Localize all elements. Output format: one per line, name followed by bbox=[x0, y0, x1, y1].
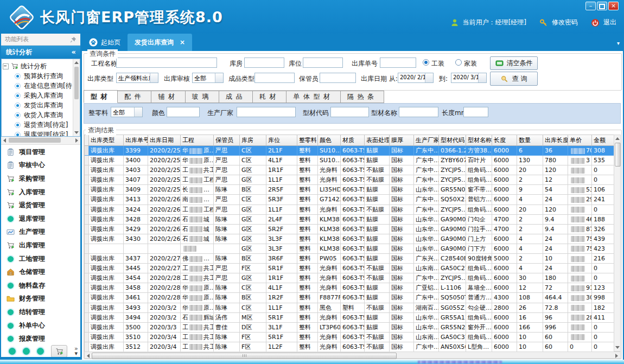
close-button[interactable]: × bbox=[608, 2, 619, 10]
sidebar-item-审核中心[interactable]: 审核中心 bbox=[1, 159, 80, 173]
column-header-颜色[interactable]: 颜色 bbox=[318, 135, 341, 146]
search-button[interactable]: 查 询 bbox=[490, 72, 538, 86]
table-row[interactable]: 调拨出库35122020/3/4工共工程陈琳F区1L2F整料光身料6063-T5… bbox=[85, 342, 614, 352]
tree-item[interactable]: 发货出库查询 bbox=[2, 100, 72, 110]
tree-item[interactable]: 退库管理[待定] bbox=[2, 130, 72, 137]
column-header-库位[interactable]: 库位 bbox=[266, 135, 297, 146]
combo-arrow-icon[interactable] bbox=[425, 73, 433, 82]
tab-发货出库查询[interactable]: 发货出库查询× bbox=[128, 34, 192, 51]
tree-item[interactable]: 预算执行查询 bbox=[2, 71, 72, 81]
sidebar-item-生产管理[interactable]: 生产管理 bbox=[1, 226, 80, 239]
zhengling-combo[interactable]: 全部 bbox=[111, 107, 143, 117]
vertical-scroll-thumb[interactable] bbox=[615, 143, 621, 167]
table-row[interactable]: 调拨出库34372020/2/27佛…陈琳B区3R6F整料PW056063-T5… bbox=[85, 254, 614, 264]
sidebar-item-项目管理[interactable]: 项目管理 bbox=[1, 145, 80, 159]
radio-jiazhuang[interactable] bbox=[455, 59, 462, 66]
column-header-材质[interactable]: 材质 bbox=[341, 135, 365, 146]
sidebar-item-工地管理[interactable]: 工地管理 bbox=[1, 252, 80, 266]
material-tab-配件[interactable]: 配件 bbox=[118, 91, 151, 103]
material-tab-型材[interactable]: 型材 bbox=[84, 90, 118, 103]
table-row[interactable]: 调拨出库34072020/2/25工工程严思G区1L1F整料光身料6063-T5… bbox=[85, 175, 614, 185]
menu-overflow-button[interactable]: »▾ bbox=[74, 346, 78, 356]
table-row[interactable]: 调拨出库34132020/2/26南…严思C区5R3F整料G714226063-… bbox=[85, 195, 614, 205]
table-row[interactable]: 调拨出库34242020/2/26工工程严思G区1L1F整料光身料6063-T5… bbox=[85, 205, 614, 215]
material-tab-辅材[interactable]: 辅材 bbox=[151, 91, 185, 103]
order-no-input[interactable] bbox=[380, 58, 416, 68]
change-password-link[interactable]: 修改密码 bbox=[552, 18, 578, 27]
color-input[interactable] bbox=[167, 107, 200, 117]
material-tab-成品[interactable]: 成品 bbox=[219, 91, 253, 103]
table-row[interactable]: 调拨出库34582020/2/28华原…陈琳C区4L1F整料光身料6063-T5… bbox=[85, 283, 614, 293]
sidebar-item-采购管理[interactable]: 采购管理 bbox=[1, 172, 80, 186]
table-row[interactable]: 调拨出库34002020/2/25华原…严思C区4L1F整料SU10…6063-… bbox=[85, 156, 614, 165]
column-header-数量[interactable]: 数量 bbox=[517, 135, 543, 146]
column-header-出库日期[interactable]: 出库日期 bbox=[148, 135, 181, 146]
table-row[interactable]: 调拨出库34282020/2/26石城陈琳G区2L4F整料KLM38176063… bbox=[85, 215, 614, 225]
clear-conditions-button[interactable]: 清空条件 bbox=[490, 56, 538, 70]
radio-gongzhuang-label[interactable]: 工装 bbox=[431, 59, 444, 68]
location-input[interactable] bbox=[303, 58, 343, 68]
minimize-button[interactable]: – bbox=[585, 2, 596, 10]
column-header-出库单号[interactable]: 出库单号 bbox=[124, 135, 148, 146]
column-header-库房[interactable]: 库房 bbox=[240, 135, 266, 146]
tree-vertical-scrollbar[interactable] bbox=[73, 59, 80, 136]
material-tab-隔热条[interactable]: 隔热条 bbox=[341, 91, 385, 103]
sidebar-item-财务管理[interactable]: 财务管理 bbox=[1, 292, 80, 306]
quick-circle-icon[interactable] bbox=[23, 348, 30, 355]
table-row[interactable]: 调拨出库34302020/2/26石城陈琳G区3L3F整料KLM38176063… bbox=[85, 234, 614, 244]
date-from-picker[interactable]: 2020/ 2/16 bbox=[398, 73, 434, 83]
maximize-button[interactable] bbox=[597, 2, 607, 10]
material-tab-耗材[interactable]: 耗材 bbox=[253, 91, 286, 103]
table-row[interactable]: 调拨出库34452020/2/27工共工程严思F区5R1F整料光身料6063-T… bbox=[85, 264, 614, 273]
section-header[interactable]: 统计分析 « bbox=[1, 46, 80, 59]
column-header-保管员[interactable]: 保管员 bbox=[214, 135, 240, 146]
sidebar-item-物料盘存[interactable]: 物料盘存 bbox=[1, 279, 80, 292]
sidebar-item-退库管理[interactable]: 退库管理 bbox=[1, 212, 80, 226]
tree-item[interactable]: 在途信息查询[待 bbox=[2, 81, 72, 91]
sidebar-item-退货管理[interactable]: 退货管理 bbox=[1, 199, 80, 212]
column-header-出库类型[interactable]: 出库类型 bbox=[89, 135, 124, 146]
grid-vertical-scrollbar[interactable] bbox=[614, 135, 621, 352]
quick-circle-icon[interactable] bbox=[9, 348, 16, 355]
tree-horizontal-scrollbar[interactable] bbox=[1, 137, 80, 145]
column-header-型材名称[interactable]: 型材名称 bbox=[466, 135, 492, 146]
name-input[interactable] bbox=[399, 107, 438, 117]
table-row[interactable]: 调拨出库34612020/2/28华原…陈琳B区1R2F整料F8877FT606… bbox=[85, 293, 614, 303]
column-header-出库长度[interactable]: 出库长度 bbox=[543, 135, 568, 146]
material-tab-玻璃[interactable]: 玻璃 bbox=[186, 91, 219, 103]
sidebar-item-入库管理[interactable]: 入库管理 bbox=[1, 186, 80, 199]
table-row[interactable]: 调拨出库34932020/3/2华原…陈琳C区1L1F整料黑色塑料不贴膜国标湖南… bbox=[85, 303, 614, 313]
column-header-膜厚[interactable]: 膜厚 bbox=[390, 135, 414, 146]
sidebar-item-仓储管理[interactable]: 仓储管理 bbox=[1, 265, 80, 279]
table-row[interactable]: 调拨出库35102020/3/4工共工程陈琳F区5R1F整料光身料6063-T5… bbox=[85, 333, 614, 342]
tree-expander-icon[interactable] bbox=[3, 63, 9, 69]
column-header-整零料[interactable]: 整零料 bbox=[297, 135, 318, 146]
sidebar-item-补单中心[interactable]: 补单中心 bbox=[1, 319, 80, 333]
combo-arrow-icon[interactable] bbox=[215, 73, 223, 82]
table-row[interactable]: 调拨出库34032020/2/25工共工程严思G区1R1F整料光身料6063-T… bbox=[85, 165, 614, 175]
table-row[interactable]: 调拨出库35002020/3/3工共工程曹佳D区3L1F整料LT3P606063… bbox=[85, 323, 614, 333]
warehouse-input[interactable] bbox=[244, 58, 284, 68]
code-input[interactable] bbox=[330, 107, 369, 117]
grid-horizontal-scrollbar[interactable] bbox=[84, 352, 621, 359]
column-header-型材代码[interactable]: 型材代码 bbox=[439, 135, 466, 146]
audit-combo[interactable]: 全部 bbox=[192, 73, 224, 83]
combo-arrow-icon[interactable] bbox=[134, 107, 142, 117]
project-name-input[interactable] bbox=[116, 58, 217, 68]
sidebar-item-出库管理[interactable]: 出库管理 bbox=[1, 239, 80, 252]
radio-gongzhuang[interactable] bbox=[423, 59, 429, 66]
table-row[interactable]: G区3L3F整料KLM38176063-T5贴膜国标山东华…GA90M09…门下… bbox=[85, 244, 614, 254]
column-header-表面处理[interactable]: 表面处理 bbox=[365, 135, 390, 146]
table-row[interactable]: 调拨出库34292020/2/26石城陈琳G区5R2F整料KLM38176063… bbox=[85, 225, 614, 234]
material-tab-单体型材[interactable]: 单体型材 bbox=[286, 91, 340, 103]
tab-起始页[interactable]: 起始页 bbox=[82, 34, 128, 51]
tree-item[interactable]: 退货查询[待定] bbox=[2, 120, 72, 130]
tabbar-overflow-icon[interactable]: ▾ bbox=[617, 40, 620, 46]
length-input[interactable] bbox=[463, 107, 488, 117]
product-type-input[interactable] bbox=[254, 73, 295, 83]
date-to-picker[interactable]: 2020/ 3/16 bbox=[451, 73, 487, 83]
sidebar-item-报废管理[interactable]: 报废管理 bbox=[1, 332, 80, 346]
tab-close-icon[interactable]: × bbox=[180, 39, 185, 46]
tree-root-node[interactable]: 统计分析 bbox=[3, 61, 47, 71]
keeper-input[interactable] bbox=[320, 73, 356, 83]
